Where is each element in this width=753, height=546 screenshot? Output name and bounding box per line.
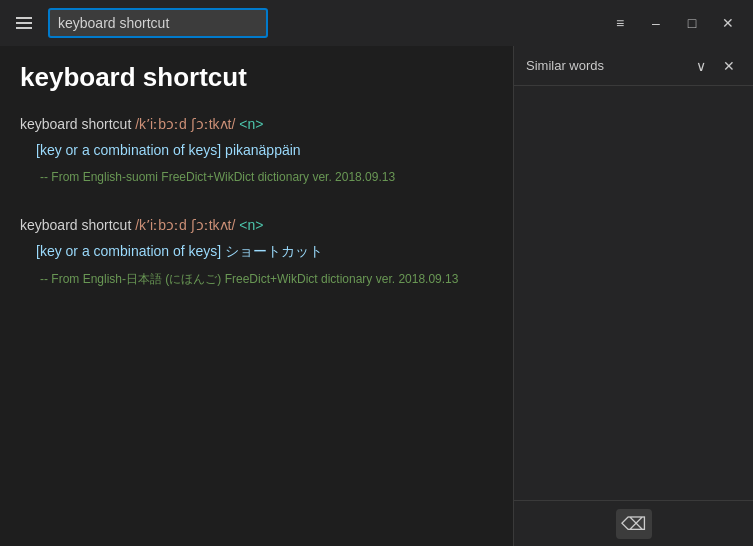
title-bar-left [8, 7, 268, 39]
close-icon: ✕ [722, 15, 734, 31]
menu-icon: ≡ [616, 15, 624, 31]
maximize-button[interactable]: □ [675, 7, 709, 39]
collapse-button[interactable]: ∨ [689, 54, 713, 78]
title-bar: ≡ – □ ✕ [0, 0, 753, 46]
dictionary-entry-2: keyboard shortcut /kʼiːbɔːd ʃɔːtkʌt/ <n>… [20, 214, 493, 288]
search-wrapper [48, 8, 268, 38]
backspace-icon: ⌫ [621, 513, 646, 535]
right-panel-footer: ⌫ [514, 500, 753, 546]
minimize-icon: – [652, 15, 660, 31]
entry-translation-1: [key or a combination of keys] pikanäppä… [36, 139, 493, 161]
hamburger-menu-button[interactable]: ≡ [603, 7, 637, 39]
similar-words-content [514, 86, 753, 500]
collapse-icon: ∨ [696, 58, 706, 74]
entry-header-1: keyboard shortcut /kʼiːbɔːd ʃɔːtkʌt/ <n> [20, 113, 493, 135]
entry-header-2: keyboard shortcut /kʼiːbɔːd ʃɔːtkʌt/ <n> [20, 214, 493, 236]
similar-words-controls: ∨ ✕ [689, 54, 741, 78]
word-title: keyboard shortcut [20, 62, 493, 93]
entry-source-2: -- From English-日本語 (にほんご) FreeDict+WikD… [40, 271, 493, 288]
entry-word-2: keyboard shortcut [20, 217, 135, 233]
backspace-button[interactable]: ⌫ [616, 509, 652, 539]
entry-translation-2: [key or a combination of keys] ショートカット [36, 240, 493, 262]
hamburger-icon [16, 17, 32, 29]
menu-button[interactable] [8, 7, 40, 39]
entry-pos-1: <n> [239, 116, 263, 132]
entry-pos-2: <n> [239, 217, 263, 233]
title-bar-controls: ≡ – □ ✕ [603, 7, 745, 39]
dictionary-entry-1: keyboard shortcut /kʼiːbɔːd ʃɔːtkʌt/ <n>… [20, 113, 493, 184]
left-panel: keyboard shortcut keyboard shortcut /kʼi… [0, 46, 513, 546]
minimize-button[interactable]: – [639, 7, 673, 39]
app-window: ≡ – □ ✕ keyboard shortcut keyboard short… [0, 0, 753, 546]
close-similar-icon: ✕ [723, 58, 735, 74]
entry-phonetic-1: /kʼiːbɔːd ʃɔːtkʌt/ [135, 116, 235, 132]
maximize-icon: □ [688, 15, 696, 31]
entry-phonetic-2: /kʼiːbɔːd ʃɔːtkʌt/ [135, 217, 235, 233]
search-input[interactable] [48, 8, 268, 38]
entry-word-1: keyboard shortcut [20, 116, 135, 132]
close-button[interactable]: ✕ [711, 7, 745, 39]
close-similar-button[interactable]: ✕ [717, 54, 741, 78]
similar-words-header: Similar words ∨ ✕ [514, 46, 753, 86]
main-content: keyboard shortcut keyboard shortcut /kʼi… [0, 46, 753, 546]
entry-source-1: -- From English-suomi FreeDict+WikDict d… [40, 170, 493, 184]
similar-words-title: Similar words [526, 58, 604, 73]
right-panel: Similar words ∨ ✕ ⌫ [513, 46, 753, 546]
